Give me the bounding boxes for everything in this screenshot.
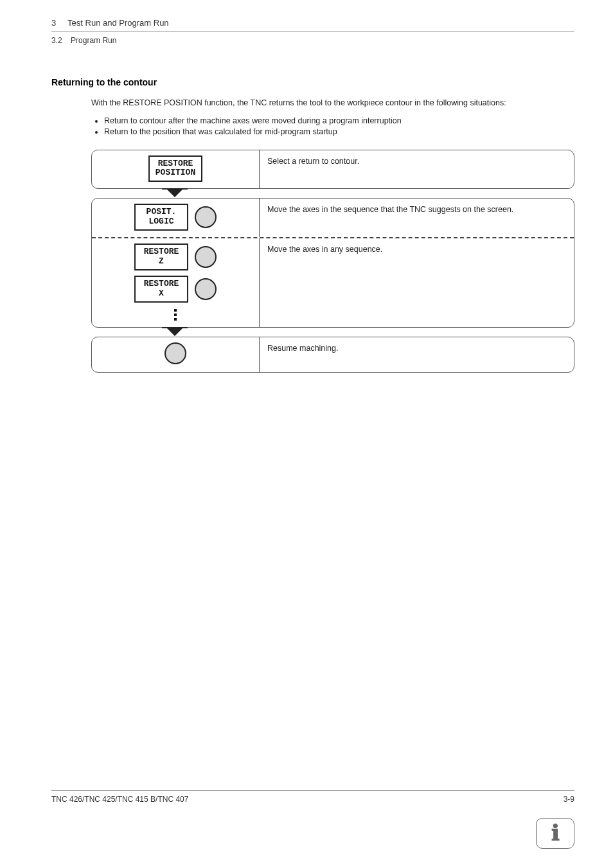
section-number: 3.2 xyxy=(51,36,62,45)
bullet-item: Return to contour after the machine axes… xyxy=(104,116,574,127)
key-row: POSIT. LOGIC xyxy=(134,204,217,231)
step-description: Move the axes in any sequence. xyxy=(259,238,574,327)
key-label-line: RESTORE xyxy=(144,247,179,256)
header-divider xyxy=(51,31,574,32)
step-left: POSIT. LOGIC xyxy=(92,199,259,237)
key-label-line: POSITION xyxy=(155,168,195,177)
restore-z-key[interactable]: RESTORE Z xyxy=(134,244,188,270)
step-left: RESTORE POSITION xyxy=(92,150,259,189)
footer-divider xyxy=(51,790,574,791)
footer-left: TNC 426/TNC 425/TNC 415 B/TNC 407 xyxy=(51,795,188,804)
key-label-line: RESTORE xyxy=(144,279,179,288)
page-heading: Returning to the contour xyxy=(51,77,574,87)
step-description: Move the axes in the sequence that the T… xyxy=(259,199,574,237)
section-title: Program Run xyxy=(71,36,116,45)
key-row: RESTORE X xyxy=(134,276,217,303)
info-icon[interactable]: ℹ xyxy=(536,818,574,849)
key-column: RESTORE Z RESTORE X xyxy=(134,244,217,321)
bullet-list: Return to contour after the machine axes… xyxy=(104,116,574,138)
header-chapter: 3 Test Run and Program Run xyxy=(51,18,574,28)
key-label-line: Z xyxy=(159,256,164,266)
posit-logic-key[interactable]: POSIT. LOGIC xyxy=(134,204,188,231)
header-section: 3.2 Program Run xyxy=(51,36,574,45)
key-label-line: X xyxy=(159,288,164,298)
steps-container: RESTORE POSITION Select a return to cont… xyxy=(91,150,574,373)
bullet-item: Return to the position that was calculat… xyxy=(104,127,574,138)
footer-row: TNC 426/TNC 425/TNC 415 B/TNC 407 3-9 xyxy=(51,795,574,804)
page-footer: TNC 426/TNC 425/TNC 415 B/TNC 407 3-9 xyxy=(51,790,574,804)
intro-paragraph: With the RESTORE POSITION function, the … xyxy=(91,98,574,109)
step-description: Resume machining. xyxy=(259,337,574,372)
info-glyph: ℹ xyxy=(551,822,560,844)
key-label-line: LOGIC xyxy=(148,217,173,226)
step-group: POSIT. LOGIC Move the axes in the sequen… xyxy=(91,198,574,328)
flow-arrow-icon xyxy=(91,188,258,199)
step-row-2b: RESTORE Z RESTORE X xyxy=(92,238,574,327)
step-row-2a: POSIT. LOGIC Move the axes in the sequen… xyxy=(92,199,574,237)
step-left xyxy=(92,337,259,372)
restore-position-key[interactable]: RESTORE POSITION xyxy=(148,155,202,182)
axis-direction-button-icon[interactable] xyxy=(195,246,217,268)
step-row-1: RESTORE POSITION Select a return to cont… xyxy=(91,150,574,190)
restore-x-key[interactable]: RESTORE X xyxy=(134,276,188,303)
axis-direction-button-icon[interactable] xyxy=(195,206,217,228)
nc-start-button-icon[interactable] xyxy=(164,342,186,364)
step-left: RESTORE Z RESTORE X xyxy=(92,238,259,327)
key-label-line: RESTORE xyxy=(158,159,193,168)
axis-direction-button-icon[interactable] xyxy=(195,278,217,300)
flow-arrow-icon xyxy=(91,327,258,337)
step-row-3: Resume machining. xyxy=(91,337,574,373)
chapter-number: 3 xyxy=(51,18,56,28)
footer-right: 3-9 xyxy=(564,795,574,804)
chapter-title: Test Run and Program Run xyxy=(67,18,169,28)
key-label-line: POSIT. xyxy=(147,207,177,217)
ellipsis-icon xyxy=(174,309,177,321)
key-row: RESTORE Z xyxy=(134,244,217,270)
step-description: Select a return to contour. xyxy=(259,150,574,189)
